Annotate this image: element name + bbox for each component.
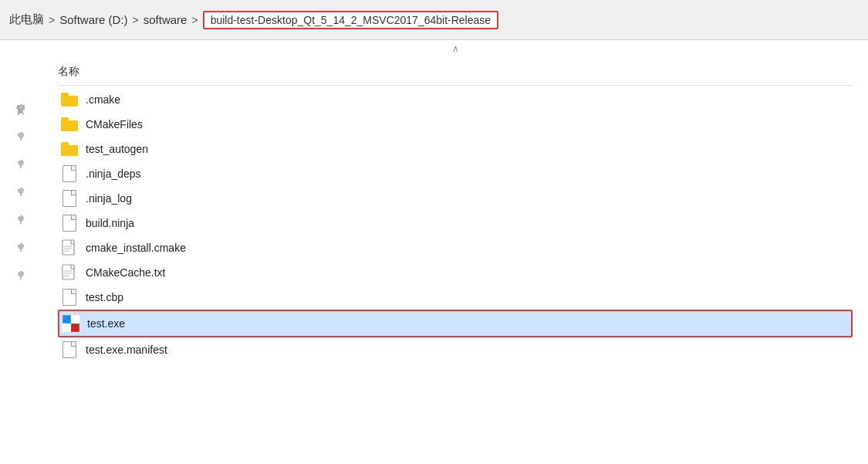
pin-ninjalog[interactable] bbox=[6, 207, 37, 235]
file-name-cmakeinstall: cmake_install.cmake bbox=[86, 242, 186, 254]
file-name-cmakecache: CMakeCache.txt bbox=[86, 266, 165, 279]
file-item-ninjadeps[interactable]: .ninja_deps bbox=[58, 161, 853, 186]
file-name-cmakefiles: CMakeFiles bbox=[86, 118, 143, 130]
doc-icon-cmakecache bbox=[61, 264, 78, 281]
file-item-testexemanifest[interactable]: test.exe.manifest bbox=[58, 337, 853, 362]
pin-column bbox=[0, 40, 42, 464]
pin-cmakefiles[interactable] bbox=[6, 124, 37, 151]
svg-rect-29 bbox=[72, 316, 79, 323]
svg-marker-11 bbox=[18, 243, 24, 249]
scroll-up-hint: ∧ bbox=[58, 40, 853, 57]
svg-marker-9 bbox=[18, 215, 24, 221]
file-name-ninjalog: .ninja_log bbox=[86, 192, 132, 205]
doc-icon-ninjadeps bbox=[61, 165, 78, 182]
file-name-testcbp: test.cbp bbox=[86, 291, 123, 303]
file-item-testcbp[interactable]: test.cbp bbox=[58, 285, 853, 310]
svg-rect-28 bbox=[63, 316, 70, 323]
file-item-testexe[interactable]: test.exe bbox=[58, 310, 853, 337]
file-name-buildninja: build.ninja bbox=[86, 217, 134, 229]
file-item-cmakecache[interactable]: CMakeCache.txt bbox=[58, 260, 853, 285]
doc-icon-cmakeinstall bbox=[61, 239, 78, 256]
file-name-testexe: test.exe bbox=[87, 317, 125, 330]
folder-icon-cmakefiles bbox=[61, 116, 78, 133]
svg-rect-31 bbox=[72, 324, 79, 331]
file-item-cmake[interactable]: .cmake bbox=[58, 87, 853, 112]
file-item-testautogen[interactable]: test_autogen bbox=[58, 137, 853, 161]
doc-icon-ninjalog bbox=[61, 190, 78, 207]
exe-icon-testexe bbox=[62, 315, 79, 332]
pin-ninjadeps[interactable] bbox=[6, 179, 37, 207]
main-content: ∧ 名称 .cmake CMakeFiles test_autogen bbox=[0, 40, 868, 464]
column-header-name: 名称 bbox=[58, 57, 853, 86]
doc-icon-buildninja bbox=[61, 215, 78, 232]
folder-icon-testautogen bbox=[61, 141, 78, 157]
scroll-up-arrow: ∧ bbox=[452, 43, 459, 54]
svg-rect-19 bbox=[62, 265, 74, 279]
file-item-ninjalog[interactable]: .ninja_log bbox=[58, 186, 853, 211]
pin-cmake[interactable] bbox=[6, 96, 37, 124]
breadcrumb: 此电脑 > Software (D:) > software > build-t… bbox=[9, 11, 498, 29]
file-item-cmakefiles[interactable]: CMakeFiles bbox=[58, 112, 853, 137]
breadcrumb-this-pc[interactable]: 此电脑 bbox=[9, 12, 44, 27]
pin-buildninja[interactable] bbox=[6, 235, 37, 262]
file-item-buildninja[interactable]: build.ninja bbox=[58, 211, 853, 235]
breadcrumb-sep-2: > bbox=[133, 14, 139, 26]
pin-testautogen[interactable] bbox=[6, 151, 37, 179]
pin-cmakeinstall[interactable] bbox=[6, 262, 37, 290]
svg-rect-15 bbox=[62, 240, 74, 255]
svg-marker-3 bbox=[18, 132, 24, 137]
svg-marker-7 bbox=[18, 188, 24, 193]
file-name-cmake: .cmake bbox=[86, 93, 120, 106]
breadcrumb-sep-1: > bbox=[49, 14, 55, 26]
svg-rect-30 bbox=[63, 324, 70, 331]
file-name-testautogen: test_autogen bbox=[86, 143, 148, 155]
breadcrumb-software[interactable]: software bbox=[144, 13, 187, 26]
breadcrumb-build-folder[interactable]: build-test-Desktop_Qt_5_14_2_MSVC2017_64… bbox=[203, 11, 498, 29]
svg-marker-13 bbox=[18, 271, 24, 276]
doc-icon-testcbp bbox=[61, 289, 78, 306]
breadcrumb-sep-3: > bbox=[191, 14, 198, 26]
file-name-testexemanifest: test.exe.manifest bbox=[86, 344, 167, 356]
folder-icon-cmake bbox=[61, 91, 78, 108]
file-list-area: ∧ 名称 .cmake CMakeFiles test_autogen bbox=[42, 40, 868, 464]
address-bar: 此电脑 > Software (D:) > software > build-t… bbox=[0, 0, 868, 40]
file-item-cmakeinstall[interactable]: cmake_install.cmake bbox=[58, 235, 853, 260]
breadcrumb-software-d[interactable]: Software (D:) bbox=[59, 13, 127, 26]
file-name-ninjadeps: .ninja_deps bbox=[86, 168, 141, 180]
doc-icon-testexemanifest bbox=[61, 341, 78, 358]
svg-marker-5 bbox=[18, 160, 24, 165]
